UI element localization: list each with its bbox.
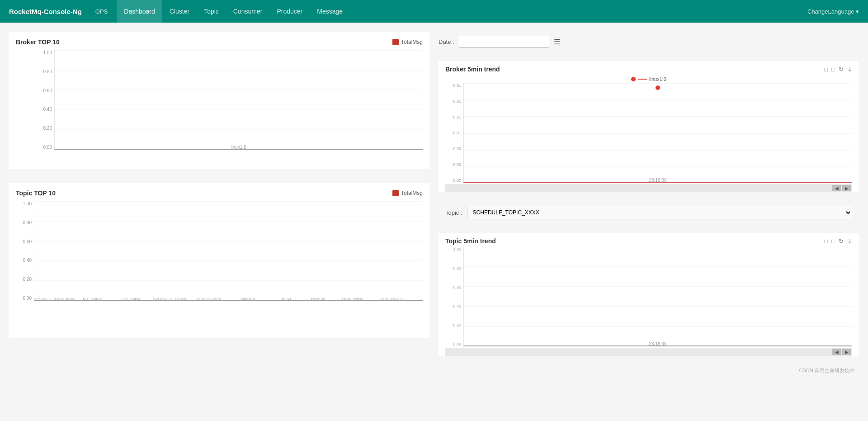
broker-5min-legend-line <box>638 79 647 80</box>
refresh-icon[interactable]: ↻ <box>839 66 844 73</box>
svg-text:23:16:00: 23:16:00 <box>649 178 667 183</box>
broker-5min-chart-container: 0.01 0.01 0.01 0.01 0.00 0.00 0.00 <box>445 83 852 184</box>
nav-producer[interactable]: Producer <box>269 0 310 23</box>
topic-refresh-icon[interactable]: ↻ <box>839 238 844 245</box>
broker-top10-chart-wrapper: 1.00 0.80 0.60 0.40 0.20 0.00 <box>36 50 423 151</box>
watermark: CSDN @用生命研发技术 <box>439 365 859 376</box>
svg-text:TEST_TOPIC: TEST_TOPIC <box>342 297 364 301</box>
broker-top10-section: Broker TOP 10 TotalMsg 1.00 0.80 0.60 0.… <box>9 32 429 169</box>
nav-cluster[interactable]: Cluster <box>162 0 197 23</box>
right-panel: Date : ☰ Broker 5min trend □ □ ↻ ⇓ linux… <box>439 32 859 376</box>
topic-5min-y-axis: 1.00 0.80 0.60 0.40 0.20 0.00 <box>445 247 461 346</box>
nav-consumer[interactable]: Consumer <box>226 0 270 23</box>
svg-text:linux1:0: linux1:0 <box>231 145 246 150</box>
scroll-right-btn[interactable]: ▶ <box>842 185 851 191</box>
nav-topic[interactable]: Topic <box>197 0 226 23</box>
svg-text:linux1: linux1 <box>282 297 292 301</box>
topic-top10-chart-wrapper: 1.00 0.80 0.60 0.40 0.20 0.00 <box>16 201 423 331</box>
ops-label: OPS <box>91 8 112 15</box>
expand-icon-2[interactable]: □ <box>831 66 835 73</box>
main-content: Broker TOP 10 TotalMsg 1.00 0.80 0.60 0.… <box>0 23 868 385</box>
svg-text:TopicTest: TopicTest <box>240 297 255 301</box>
topic-5min-header: Topic 5min trend □ □ ↻ ⇓ <box>439 233 859 247</box>
topic-5min-chart-container: 1.00 0.80 0.60 0.40 0.20 0.00 <box>445 247 852 348</box>
topic-top10-header: Topic TOP 10 TotalMsg <box>16 189 423 197</box>
topic-expand-icon-1[interactable]: □ <box>824 238 828 245</box>
date-label: Date : <box>439 38 454 45</box>
topic-select-row: Topic : SCHEDULE_TOPIC_XXXX ALF_TOPIC PL… <box>439 201 859 224</box>
topic-scroll-left-btn[interactable]: ◀ <box>832 349 841 355</box>
nav-dashboard[interactable]: Dashboard <box>117 0 162 23</box>
topic-expand-icon-2[interactable]: □ <box>831 238 835 245</box>
broker-5min-title: Broker 5min trend <box>445 66 824 73</box>
svg-text:ALF_TOPIC: ALF_TOPIC <box>82 297 102 301</box>
broker-5min-legend-label: linux1:0 <box>649 76 666 82</box>
topic-5min-icons: □ □ ↻ ⇓ <box>824 238 852 245</box>
topic-5min-scrollbar: ◀ ▶ <box>445 348 852 356</box>
svg-text:TBW102: TBW102 <box>311 297 325 301</box>
broker-5min-y-axis: 0.01 0.01 0.01 0.01 0.00 0.00 0.00 <box>445 83 461 183</box>
topic-top10-section: Topic TOP 10 TotalMsg 1.00 0.80 0.60 0.4… <box>9 183 429 338</box>
svg-text:benchmarkTest: benchmarkTest <box>197 297 222 301</box>
topic-top10-legend-label: TotalMsg <box>401 190 423 196</box>
download-icon[interactable]: ⇓ <box>847 66 852 73</box>
brand-logo: RocketMq-Console-Ng <box>9 8 82 15</box>
svg-text:SCHEDULE_TOPIC_XXXX: SCHEDULE_TOPIC_XXXX <box>34 297 76 301</box>
broker-top10-title: Broker TOP 10 <box>16 38 392 46</box>
broker-top10-header: Broker TOP 10 TotalMsg <box>16 38 423 46</box>
topic-select-dropdown[interactable]: SCHEDULE_TOPIC_XXXX ALF_TOPIC PLY_TOPIC … <box>467 206 852 219</box>
broker-top10-legend: TotalMsg <box>392 39 423 45</box>
broker-5min-scrollbar: ◀ ▶ <box>445 184 852 192</box>
expand-icon-1[interactable]: □ <box>824 66 828 73</box>
topic-scroll-right-btn[interactable]: ▶ <box>842 349 851 355</box>
topic-top10-y-axis: 1.00 0.80 0.60 0.40 0.20 0.00 <box>16 201 32 301</box>
topic-label: Topic : <box>445 209 462 216</box>
topic-top10-title: Topic TOP 10 <box>16 189 392 197</box>
broker-top10-chart-area: linux1:0 <box>54 50 423 151</box>
broker-5min-chart-area: 23:16:00 <box>463 83 852 184</box>
calendar-icon[interactable]: ☰ <box>554 38 560 46</box>
svg-text:SCHEDULE_EVENT: SCHEDULE_EVENT <box>153 297 187 301</box>
date-input[interactable] <box>459 36 549 47</box>
broker-5min-legend: linux1:0 <box>439 75 859 83</box>
topic-download-icon[interactable]: ⇓ <box>847 238 852 245</box>
left-panel: Broker TOP 10 TotalMsg 1.00 0.80 0.60 0.… <box>9 32 429 376</box>
broker-top10-svg: linux1:0 <box>54 50 423 150</box>
svg-text:23:16:30: 23:16:30 <box>649 341 667 346</box>
topic-5min-chart-area: 23:16:30 <box>463 247 852 348</box>
svg-text:defaultCluster: defaultCluster <box>381 297 403 301</box>
change-language-button[interactable]: ChangeLanguage ▾ <box>807 8 859 15</box>
broker-5min-legend-dot <box>631 77 636 81</box>
broker-5min-section: Broker 5min trend □ □ ↻ ⇓ linux1:0 0.01 … <box>439 61 859 192</box>
topic-top10-legend-box <box>392 190 399 196</box>
topic-5min-svg: 23:16:30 <box>463 247 852 346</box>
topic-top10-svg: SCHEDULE_TOPIC_XXXX ALF_TOPIC PLY_TOPIC … <box>34 201 423 301</box>
svg-text:PLY_TOPIC: PLY_TOPIC <box>121 297 141 301</box>
topic-top10-chart-area: SCHEDULE_TOPIC_XXXX ALF_TOPIC PLY_TOPIC … <box>34 201 423 331</box>
topic-x-labels <box>34 304 423 331</box>
nav-message[interactable]: Message <box>310 0 350 23</box>
topic-5min-section: Topic 5min trend □ □ ↻ ⇓ 1.00 0.80 0.60 … <box>439 233 859 356</box>
topic-top10-legend: TotalMsg <box>392 190 423 196</box>
broker-top10-legend-label: TotalMsg <box>401 39 423 45</box>
broker-top10-legend-box <box>392 39 399 45</box>
broker-top10-y-axis: 1.00 0.80 0.60 0.40 0.20 0.00 <box>36 50 52 150</box>
date-row: Date : ☰ <box>439 32 859 52</box>
navbar: RocketMq-Console-Ng OPS Dashboard Cluste… <box>0 0 868 23</box>
topic-5min-title: Topic 5min trend <box>445 237 824 245</box>
broker-5min-header: Broker 5min trend □ □ ↻ ⇓ <box>439 61 859 75</box>
broker-5min-svg: 23:16:00 <box>463 83 852 183</box>
svg-point-33 <box>656 85 660 90</box>
scroll-left-btn[interactable]: ◀ <box>832 185 841 191</box>
broker-5min-icons: □ □ ↻ ⇓ <box>824 66 852 73</box>
